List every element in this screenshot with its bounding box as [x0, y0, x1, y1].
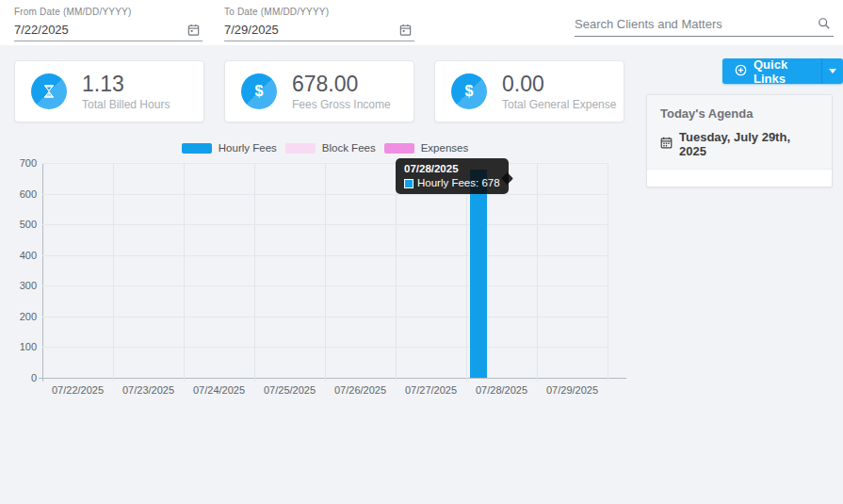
legend-label: Block Fees [322, 142, 376, 154]
y-axis-tick-label: 100 [1, 341, 37, 352]
hourly-fees-swatch-icon [404, 179, 413, 188]
search-field [575, 13, 834, 37]
search-input[interactable] [575, 17, 817, 31]
calendar-icon[interactable] [397, 22, 413, 37]
stat-value: 1.13 [82, 73, 170, 96]
x-axis-tick-label: 07/23/2025 [113, 384, 184, 396]
x-gridline [396, 163, 397, 382]
y-axis-tick-label: 600 [1, 188, 37, 200]
quick-links-main[interactable]: Quick Links [722, 58, 821, 84]
quick-links-dropdown-toggle[interactable] [822, 58, 843, 84]
stat-value: 678.00 [292, 73, 391, 96]
stat-value: 0.00 [502, 73, 616, 96]
from-date-field: From Date (MM/DD/YYYY) [14, 7, 203, 41]
stat-card-gross-income: $ 678.00 Fees Gross Income [224, 60, 414, 122]
x-axis-tick-label: 07/27/2025 [396, 384, 466, 396]
y-axis-tick-label: 400 [1, 250, 37, 261]
x-axis-tick-label: 07/29/2025 [537, 384, 608, 396]
x-gridline [608, 163, 608, 382]
calendar-icon [660, 137, 673, 152]
quick-links-button[interactable]: Quick Links [722, 58, 843, 84]
chart-plot-area: 07/28/2025 Hourly Fees: 678 010020030040… [42, 163, 608, 378]
chart-legend: Hourly FeesBlock FeesExpenses [42, 142, 608, 154]
stat-label: Total Billed Hours [82, 98, 170, 111]
agenda-date: Tuesday, July 29th, 2025 [679, 130, 819, 158]
x-axis-tick-label: 07/25/2025 [254, 384, 325, 396]
x-axis-tick-label: 07/28/2025 [466, 384, 537, 396]
agenda-title: Today's Agenda [660, 106, 819, 121]
billing-chart: 07/28/2025 Hourly Fees: 678 010020030040… [0, 163, 640, 408]
plus-circle-icon [735, 64, 747, 79]
tooltip-pointer [501, 172, 513, 185]
x-gridline [184, 163, 185, 382]
stat-card-general-expense: $ 0.00 Total General Expense [434, 60, 624, 122]
y-axis-tick-label: 200 [1, 311, 37, 322]
legend-item-block-fees[interactable]: Block Fees [285, 142, 376, 154]
quick-links-label: Quick Links [754, 57, 809, 86]
agenda-header: Today's Agenda Tuesday, July 29th, 2025 [647, 95, 832, 170]
dollar-icon: $ [241, 73, 277, 109]
bar-hourly-fees-07/28/2025[interactable] [470, 170, 487, 378]
y-axis-tick-label: 700 [1, 157, 37, 169]
x-axis-tick-label: 07/22/2025 [42, 384, 113, 396]
x-gridline [254, 163, 255, 382]
x-axis-tick-label: 07/26/2025 [325, 384, 396, 396]
stat-label: Total General Expense [502, 98, 616, 111]
x-gridline [466, 163, 467, 382]
legend-swatch-icon [182, 143, 212, 154]
stat-label: Fees Gross Income [292, 98, 391, 111]
legend-item-expenses[interactable]: Expenses [384, 142, 469, 154]
to-date-field: To Date (MM/DD/YYYY) [224, 7, 414, 41]
y-axis-tick-label: 0 [1, 372, 37, 383]
tooltip-date: 07/28/2025 [404, 162, 500, 175]
agenda-date-row: Tuesday, July 29th, 2025 [660, 130, 819, 158]
legend-label: Hourly Fees [219, 142, 277, 154]
dollar-icon: $ [451, 73, 487, 109]
to-date-label: To Date (MM/DD/YYYY) [224, 7, 414, 17]
from-date-input[interactable] [14, 23, 186, 37]
x-axis-line [39, 378, 626, 379]
todays-agenda-panel: Today's Agenda Tuesday, July 29th, 2025 [646, 94, 833, 187]
x-gridline [537, 163, 538, 382]
legend-item-hourly-fees[interactable]: Hourly Fees [182, 142, 277, 154]
to-date-input[interactable] [224, 23, 397, 37]
from-date-label: From Date (MM/DD/YYYY) [14, 7, 203, 17]
legend-swatch-icon [285, 143, 316, 154]
y-axis-tick-label: 500 [1, 219, 37, 230]
y-axis-line [42, 163, 43, 382]
chart-tooltip: 07/28/2025 Hourly Fees: 678 [396, 158, 509, 194]
tooltip-value: Hourly Fees: 678 [417, 177, 500, 189]
x-gridline [113, 163, 114, 382]
x-axis-tick-label: 07/24/2025 [184, 384, 254, 396]
hourglass-icon [31, 73, 67, 109]
x-gridline [325, 163, 326, 382]
stat-card-billed-hours: 1.13 Total Billed Hours [14, 60, 204, 122]
caret-down-icon [829, 69, 836, 73]
y-axis-tick-label: 300 [1, 280, 37, 291]
legend-label: Expenses [421, 142, 469, 154]
legend-swatch-icon [384, 143, 414, 154]
calendar-icon[interactable] [186, 22, 201, 37]
search-icon[interactable] [817, 16, 832, 31]
